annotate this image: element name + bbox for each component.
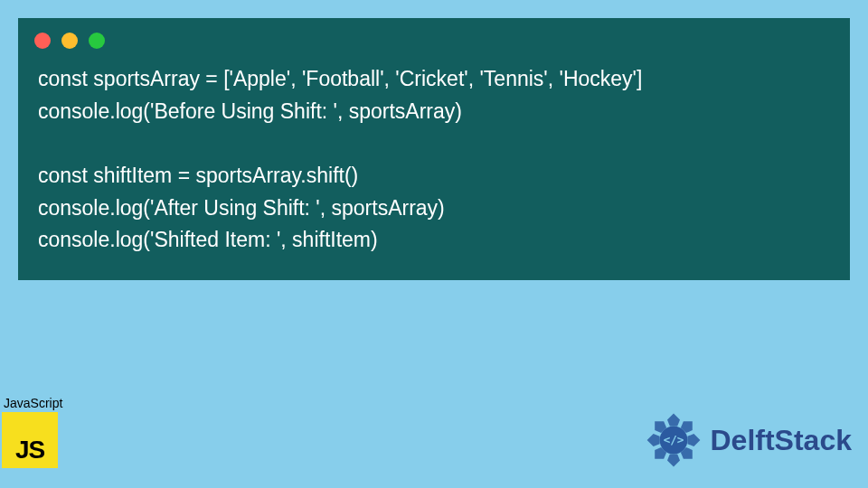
delftstack-logo: </> DelftStack xyxy=(642,408,853,472)
window-controls xyxy=(18,18,850,60)
svg-text:</>: </> xyxy=(663,433,684,446)
code-line: const sportsArray = ['Apple', 'Football'… xyxy=(38,67,642,90)
code-window: const sportsArray = ['Apple', 'Football'… xyxy=(18,18,850,280)
maximize-dot-icon xyxy=(89,33,105,49)
brand-name: DelftStack xyxy=(711,424,853,457)
js-logo-icon: JS xyxy=(2,412,58,468)
close-dot-icon xyxy=(34,33,51,49)
code-line: console.log('After Using Shift: ', sport… xyxy=(38,196,445,220)
minimize-dot-icon xyxy=(61,33,78,49)
delftstack-icon: </> xyxy=(642,408,705,472)
code-content: const sportsArray = ['Apple', 'Football'… xyxy=(18,60,850,264)
code-line: console.log('Before Using Shift: ', spor… xyxy=(38,99,462,123)
code-line: const shiftItem = sportsArray.shift() xyxy=(38,164,358,187)
javascript-badge: JavaScript JS xyxy=(2,396,74,468)
js-logo-text: JS xyxy=(15,436,44,465)
code-line: console.log('Shifted Item: ', shiftItem) xyxy=(38,228,378,251)
language-label: JavaScript xyxy=(2,396,74,410)
